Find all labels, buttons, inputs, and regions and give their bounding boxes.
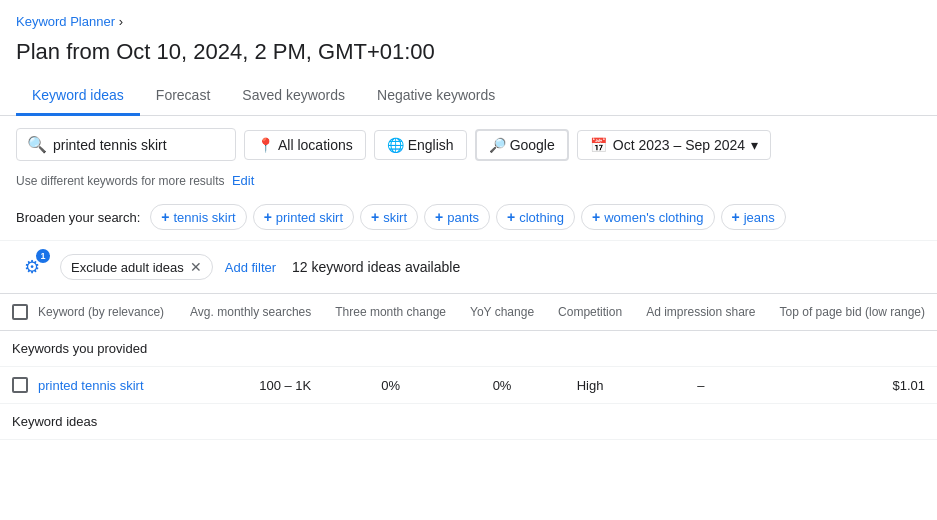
plus-icon: + (264, 209, 272, 225)
col-top-bid-header: Top of page bid (low range) (768, 294, 937, 331)
tab-saved-keywords[interactable]: Saved keywords (226, 77, 361, 116)
tabs-bar: Keyword ideas Forecast Saved keywords Ne… (0, 77, 937, 116)
location-filter[interactable]: 📍 All locations (244, 130, 366, 160)
keywords-provided-label: Keywords you provided (0, 331, 937, 367)
plus-icon: + (732, 209, 740, 225)
chevron-down-icon: ▾ (751, 137, 758, 153)
date-range-label: Oct 2023 – Sep 2024 (613, 137, 745, 153)
col-avg-header: Avg. monthly searches (178, 294, 323, 331)
broaden-row: Broaden your search: + tennis skirt + pr… (0, 194, 937, 241)
plus-icon: + (435, 209, 443, 225)
col-yoy-header: YoY change (458, 294, 546, 331)
avg-searches-cell: 100 – 1K (178, 367, 323, 404)
chip-label: pants (447, 210, 479, 225)
col-keyword-label: Keyword (by relevance) (38, 305, 164, 319)
date-range-filter[interactable]: 📅 Oct 2023 – Sep 2024 ▾ (577, 130, 771, 160)
yoy-cell: 0% (458, 367, 546, 404)
tab-keyword-ideas[interactable]: Keyword ideas (16, 77, 140, 116)
search-icon: 🔍 (27, 135, 47, 154)
search-box[interactable]: 🔍 (16, 128, 236, 161)
chip-clothing[interactable]: + clothing (496, 204, 575, 230)
col-ad-impression-header: Ad impression share (634, 294, 767, 331)
col-header-checkbox: Keyword (by relevance) (0, 294, 178, 331)
chip-womens-clothing[interactable]: + women's clothing (581, 204, 715, 230)
top-bid-cell: $1.01 (768, 367, 937, 404)
breadcrumb-link[interactable]: Keyword Planner (16, 14, 115, 29)
plus-icon: + (507, 209, 515, 225)
broaden-label: Broaden your search: (16, 210, 140, 225)
filter-icon-button[interactable]: ⚙ 1 (16, 251, 48, 283)
breadcrumb-arrow: › (119, 14, 123, 29)
competition-cell: High (546, 367, 634, 404)
search-input[interactable] (53, 137, 225, 153)
location-label: All locations (278, 137, 353, 153)
hint-text: Use different keywords for more results … (0, 173, 937, 194)
plus-icon: + (371, 209, 379, 225)
tab-forecast[interactable]: Forecast (140, 77, 226, 116)
edit-link[interactable]: Edit (232, 173, 254, 188)
chip-label: women's clothing (604, 210, 703, 225)
network-icon: 🔎 (489, 137, 506, 153)
add-filter-button[interactable]: Add filter (225, 260, 276, 275)
page-title: Plan from Oct 10, 2024, 2 PM, GMT+01:00 (0, 33, 937, 77)
filters-row: 🔍 📍 All locations 🌐 English 🔎 Google 📅 O… (0, 116, 937, 173)
exclude-adult-chip: Exclude adult ideas ✕ (60, 254, 213, 280)
toolbar-row: ⚙ 1 Exclude adult ideas ✕ Add filter 12 … (0, 241, 937, 294)
select-all-checkbox[interactable] (12, 304, 28, 320)
language-filter[interactable]: 🌐 English (374, 130, 467, 160)
col-three-month-header: Three month change (323, 294, 458, 331)
chip-label: skirt (383, 210, 407, 225)
ideas-count: 12 keyword ideas available (292, 259, 460, 275)
chip-label: clothing (519, 210, 564, 225)
three-month-cell: 0% (323, 367, 458, 404)
row-checkbox[interactable] (12, 377, 28, 393)
ad-impression-cell: – (634, 367, 767, 404)
chip-label: jeans (744, 210, 775, 225)
keyword-ideas-section-row: Keyword ideas (0, 404, 937, 440)
chip-jeans[interactable]: + jeans (721, 204, 786, 230)
exclude-close-icon[interactable]: ✕ (190, 259, 202, 275)
breadcrumb: Keyword Planner › (0, 0, 937, 33)
keyword-link[interactable]: printed tennis skirt (38, 378, 144, 393)
keyword-cell: printed tennis skirt (0, 367, 178, 404)
language-label: English (408, 137, 454, 153)
plus-icon: + (161, 209, 169, 225)
chip-printed-skirt[interactable]: + printed skirt (253, 204, 354, 230)
chip-label: tennis skirt (173, 210, 235, 225)
location-icon: 📍 (257, 137, 274, 153)
keyword-table: Keyword (by relevance) Avg. monthly sear… (0, 294, 937, 440)
chip-skirt[interactable]: + skirt (360, 204, 418, 230)
calendar-icon: 📅 (590, 137, 607, 153)
plus-icon: + (592, 209, 600, 225)
col-competition-header: Competition (546, 294, 634, 331)
keyword-ideas-label: Keyword ideas (0, 404, 937, 440)
chip-tennis-skirt[interactable]: + tennis skirt (150, 204, 246, 230)
section-label-row: Keywords you provided (0, 331, 937, 367)
chip-pants[interactable]: + pants (424, 204, 490, 230)
table-row: printed tennis skirt 100 – 1K 0% 0% High… (0, 367, 937, 404)
tab-negative-keywords[interactable]: Negative keywords (361, 77, 511, 116)
network-label: Google (510, 137, 555, 153)
exclude-label: Exclude adult ideas (71, 260, 184, 275)
network-filter[interactable]: 🔎 Google (475, 129, 569, 161)
filter-badge: 1 (36, 249, 50, 263)
chip-label: printed skirt (276, 210, 343, 225)
language-icon: 🌐 (387, 137, 404, 153)
